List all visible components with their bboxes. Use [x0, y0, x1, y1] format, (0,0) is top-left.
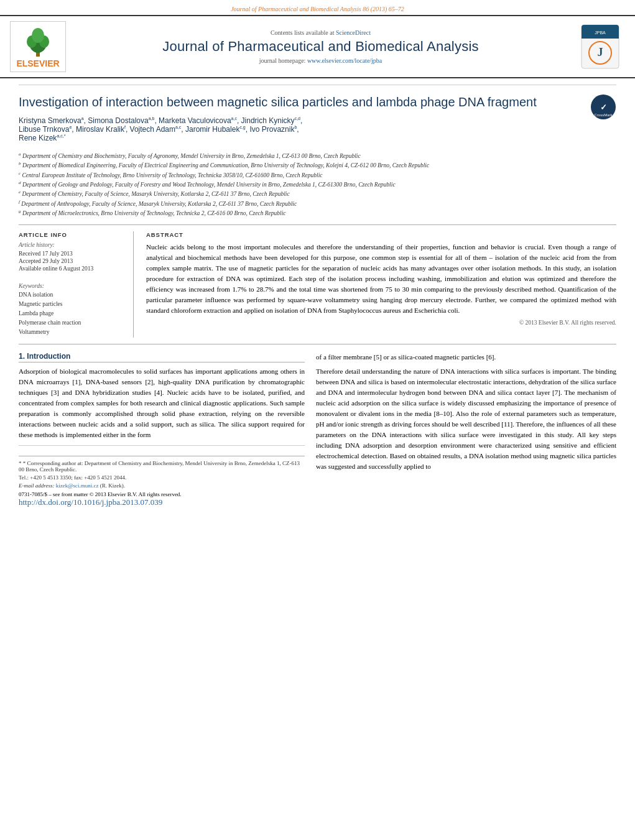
copyright-line: © 2013 Elsevier B.V. All rights reserved… — [146, 320, 616, 326]
article-content: Investigation of interaction between mag… — [0, 78, 635, 514]
header-center: Contents lists available at ScienceDirec… — [76, 21, 565, 72]
right-body-text: of a filter membrane [5] or as silica-co… — [316, 352, 616, 473]
tel-note: Tel.: +420 5 4513 3350; fax: +420 5 4521… — [19, 474, 305, 481]
keyword-1: DNA isolation — [19, 290, 126, 300]
issn-text: 0731-7085/$ – see front matter © 2013 El… — [19, 491, 182, 497]
footnote-star: * — [19, 460, 23, 466]
body-right-col: of a filter membrane [5] or as silica-co… — [316, 352, 616, 507]
affil-d: d Department of Geology and Pedology, Fa… — [19, 180, 616, 189]
body-left-col: 1. Introduction Adsorption of biological… — [19, 352, 305, 507]
article-main-title: Investigation of interaction between mag… — [19, 94, 584, 110]
email-link[interactable]: kizek@sci.muni.cz — [56, 482, 99, 489]
svg-rect-7 — [582, 35, 619, 39]
affil-g: g Department of Microelectronics, Brno U… — [19, 208, 616, 218]
elsevier-logo-box: ELSEVIER — [10, 21, 66, 72]
footnote-divider — [19, 445, 305, 446]
doi-line: http://dx.doi.org/10.1016/j.jpba.2013.07… — [19, 497, 305, 507]
contents-line: Contents lists available at ScienceDirec… — [76, 29, 565, 36]
keyword-2: Magnetic particles — [19, 300, 126, 309]
email-note: E-mail address: kizek@sci.muni.cz (R. Ki… — [19, 482, 305, 489]
keywords-list: DNA isolation Magnetic particles Lambda … — [19, 290, 126, 338]
affil-f: f Department of Anthropology, Faculty of… — [19, 199, 616, 208]
svg-text:✓: ✓ — [600, 103, 607, 112]
footer-copyright: 0731-7085/$ – see front matter © 2013 El… — [19, 491, 305, 497]
article-info-col: Article Info Article history: Received 1… — [19, 231, 134, 338]
body-section: 1. Introduction Adsorption of biological… — [19, 352, 616, 507]
available-date: Available online 6 August 2013 — [19, 265, 126, 272]
keyword-4: Polymerase chain reaction — [19, 318, 126, 328]
journal-logo-icon: JPBA J — [578, 22, 622, 72]
crossmark-badge: ✓ CrossMark — [590, 94, 616, 122]
journal-homepage-link[interactable]: www.elsevier.com/locate/jpba — [307, 57, 382, 64]
svg-text:J: J — [598, 46, 603, 58]
doi-link[interactable]: http://dx.doi.org/10.1016/j.jpba.2013.07… — [19, 497, 162, 507]
journal-header-bar: Journal of Pharmaceutical and Biomedical… — [0, 0, 635, 15]
elsevier-tree-icon — [19, 24, 57, 58]
abstract-text: Nucleic acids belong to the most importa… — [146, 242, 616, 316]
journal-top-title: Journal of Pharmaceutical and Biomedical… — [231, 6, 404, 12]
elsevier-text: ELSEVIER — [16, 58, 59, 69]
accepted-date: Accepted 29 July 2013 — [19, 258, 126, 264]
article-info-abstract: Article Info Article history: Received 1… — [19, 224, 616, 344]
article-footnotes: * * Corresponding author at: Department … — [19, 456, 305, 489]
page: Journal of Pharmaceutical and Biomedical… — [0, 0, 635, 840]
keyword-3: Lambda phage — [19, 309, 126, 318]
homepage-line: journal homepage: www.elsevier.com/locat… — [76, 57, 565, 64]
journal-main-title: Journal of Pharmaceutical and Biomedical… — [76, 39, 565, 55]
sciencedirect-link[interactable]: ScienceDirect — [336, 29, 371, 36]
svg-point-4 — [32, 28, 44, 43]
received-date: Received 17 July 2013 — [19, 251, 126, 257]
keywords-label: Keywords: — [19, 283, 126, 289]
affil-b: b Department of Biomedical Engineering, … — [19, 160, 616, 170]
abstract-col: Abstract Nucleic acids belong to the mos… — [146, 231, 616, 338]
affil-c: c Central European Institute of Technolo… — [19, 170, 616, 180]
abstract-heading: Abstract — [146, 231, 616, 238]
article-history-label: Article history: — [19, 242, 126, 248]
corresponding-note: * * Corresponding author at: Department … — [19, 460, 305, 473]
svg-text:JPBA: JPBA — [595, 30, 606, 35]
authors-line: Kristyna Smerkovaa, Simona Dostalovaa,b,… — [19, 116, 584, 142]
intro-heading: 1. Introduction — [19, 352, 305, 362]
affil-e: e Department of Chemistry, Faculty of Sc… — [19, 189, 616, 198]
affil-a: a Department of Chemistry and Biochemist… — [19, 151, 616, 160]
intro-body-text: Adsorption of biological macromolecules … — [19, 366, 305, 440]
affiliations: a Department of Chemistry and Biochemist… — [19, 151, 616, 218]
keyword-5: Voltammetry — [19, 328, 126, 337]
article-title-section: Investigation of interaction between mag… — [19, 85, 616, 145]
header-right-logo: JPBA J — [575, 21, 625, 72]
article-info-heading: Article Info — [19, 231, 126, 238]
svg-text:CrossMark: CrossMark — [594, 113, 613, 117]
header-main: ELSEVIER Contents lists available at Sci… — [0, 15, 635, 78]
article-title-text: Investigation of interaction between mag… — [19, 94, 584, 145]
